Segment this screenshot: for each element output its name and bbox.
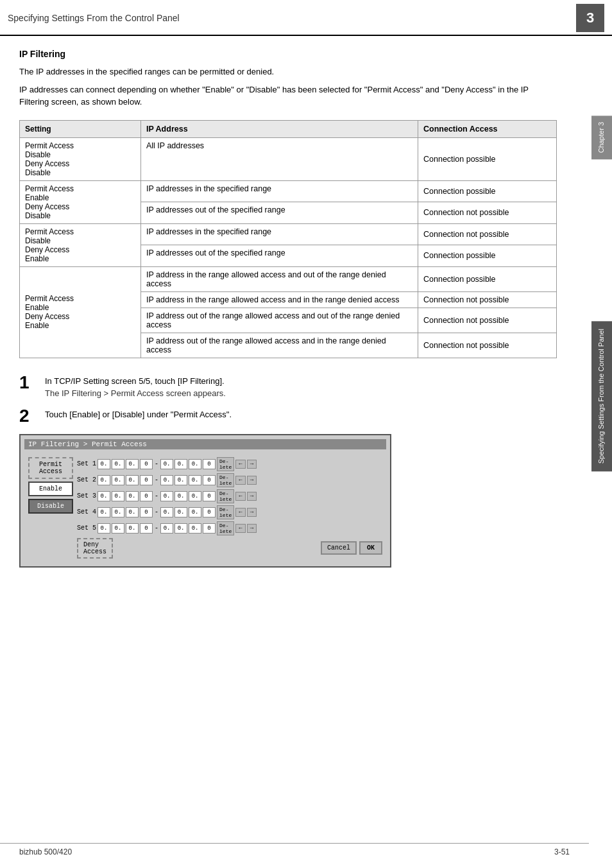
setting-cell: Permit AccessEnableDeny AccessDisable — [20, 180, 141, 223]
set-5-f6[interactable]: 0. — [174, 523, 187, 534]
set-4-dash: - — [154, 508, 159, 516]
set-2-f5[interactable]: 0. — [160, 475, 173, 485]
set-5-left[interactable]: ← — [235, 524, 245, 533]
col-header-setting: Setting — [20, 120, 141, 137]
specifying-tab: Specifying Settings From the Control Pan… — [591, 321, 612, 471]
set-4-label: Set 4 — [77, 508, 96, 516]
set-2-f6[interactable]: 0. — [174, 475, 187, 485]
set-2-right[interactable]: → — [247, 476, 257, 485]
set-4-delete[interactable]: De-lete — [217, 505, 234, 519]
disable-button[interactable]: Disable — [28, 499, 73, 514]
set-4-right[interactable]: → — [247, 508, 257, 517]
set-4-f3[interactable]: 0. — [126, 507, 139, 517]
set-4-left[interactable]: ← — [235, 508, 245, 517]
ip-cell: All IP addresses — [141, 137, 418, 180]
set-3-f4[interactable]: 0 — [140, 491, 153, 501]
table-row: Permit AccessDisableDeny AccessDisable A… — [20, 137, 557, 180]
ip-cell: IP address out of the range allowed acce… — [141, 333, 418, 358]
table-row: Permit AccessDisableDeny AccessEnable IP… — [20, 223, 557, 245]
set-1-right[interactable]: → — [247, 460, 257, 469]
set-1-f4[interactable]: 0 — [140, 459, 153, 469]
set-2-f3[interactable]: 0. — [126, 475, 139, 485]
set-4-f8[interactable]: 0 — [203, 507, 216, 517]
set-1-f2[interactable]: 0. — [112, 459, 124, 469]
section-title: IP Filtering — [19, 49, 557, 59]
cancel-button[interactable]: Cancel — [321, 541, 357, 555]
set-5-f4[interactable]: 0 — [140, 523, 153, 534]
chapter-badge: 3 — [576, 4, 604, 32]
set-4-f7[interactable]: 0. — [189, 507, 201, 517]
set-2-f7[interactable]: 0. — [189, 475, 201, 485]
access-cell: Connection possible — [418, 245, 557, 267]
deny-access-label: DenyAccess — [77, 538, 113, 559]
set-5-f3[interactable]: 0. — [126, 523, 139, 534]
set-3-dash: - — [154, 492, 159, 499]
enable-button[interactable]: Enable — [28, 482, 73, 496]
set-3-label: Set 3 — [77, 492, 96, 499]
set-row-2: Set 2 0. 0. 0. 0 - 0. 0. 0. 0 De-lete ← … — [77, 473, 382, 487]
set-1-f3[interactable]: 0. — [126, 459, 139, 469]
access-cell: Connection possible — [418, 180, 557, 202]
ok-button[interactable]: OK — [359, 541, 382, 555]
set-1-left[interactable]: ← — [235, 460, 245, 469]
set-3-f7[interactable]: 0. — [189, 491, 201, 501]
set-2-dash: - — [154, 476, 159, 483]
set-5-delete[interactable]: De-lete — [217, 521, 234, 535]
set-5-f2[interactable]: 0. — [112, 523, 124, 534]
main-content: IP Filtering The IP addresses in the spe… — [0, 36, 589, 580]
header-title: Specifying Settings From the Control Pan… — [8, 13, 180, 23]
set-2-f2[interactable]: 0. — [112, 475, 124, 485]
section-desc2: IP addresses can connect depending on wh… — [19, 83, 557, 108]
ip-cell: IP address out of the range allowed acce… — [141, 308, 418, 333]
setting-cell: Permit AccessEnableDeny AccessEnable — [20, 266, 141, 358]
set-2-delete[interactable]: De-lete — [217, 473, 234, 487]
set-1-f7[interactable]: 0. — [189, 459, 201, 469]
set-2-left[interactable]: ← — [235, 476, 245, 485]
set-2-f8[interactable]: 0 — [203, 475, 216, 485]
ip-cell: IP addresses in the specified range — [141, 223, 418, 245]
set-4-f4[interactable]: 0 — [140, 507, 153, 517]
set-1-f8[interactable]: 0 — [203, 459, 216, 469]
set-5-right[interactable]: → — [247, 524, 257, 533]
header-bar: Specifying Settings From the Control Pan… — [0, 0, 612, 36]
set-3-f2[interactable]: 0. — [112, 491, 124, 501]
screen-left-panel: PermitAccess Enable Disable — [28, 457, 73, 559]
step-1: 1 In TCP/IP Setting screen 5/5, touch [I… — [19, 374, 557, 398]
ip-cell: IP address in the range allowed access a… — [141, 291, 418, 308]
step-1-content: In TCP/IP Setting screen 5/5, touch [IP … — [45, 374, 557, 398]
set-4-f2[interactable]: 0. — [112, 507, 124, 517]
table-row: Permit AccessEnableDeny AccessDisable IP… — [20, 180, 557, 202]
filter-table: Setting IP Address Connection Access Per… — [19, 120, 557, 358]
set-5-f1[interactable]: 0. — [98, 523, 110, 534]
set-3-f5[interactable]: 0. — [160, 491, 173, 501]
set-3-f1[interactable]: 0. — [98, 491, 110, 501]
set-3-left[interactable]: ← — [235, 492, 245, 501]
screen-mockup: IP Filtering > Permit Access PermitAcces… — [19, 434, 391, 568]
set-1-f5[interactable]: 0. — [160, 459, 173, 469]
permit-access-label: PermitAccess — [28, 457, 73, 479]
ip-cell: IP addresses in the specified range — [141, 180, 418, 202]
set-4-f6[interactable]: 0. — [174, 507, 187, 517]
set-4-f5[interactable]: 0. — [160, 507, 173, 517]
set-3-f8[interactable]: 0 — [203, 491, 216, 501]
col-header-access: Connection Access — [418, 120, 557, 137]
step-1-sub: The IP Filtering > Permit Access screen … — [45, 388, 557, 398]
set-5-dash: - — [154, 525, 159, 532]
set-1-f1[interactable]: 0. — [98, 459, 110, 469]
set-3-f6[interactable]: 0. — [174, 491, 187, 501]
set-5-f7[interactable]: 0. — [189, 523, 201, 534]
chapter-tab: Chapter 3 — [591, 116, 612, 159]
set-5-f5[interactable]: 0. — [160, 523, 173, 534]
set-1-f6[interactable]: 0. — [174, 459, 187, 469]
set-2-f4[interactable]: 0 — [140, 475, 153, 485]
set-5-f8[interactable]: 0 — [203, 523, 216, 534]
set-2-f1[interactable]: 0. — [98, 475, 110, 485]
set-3-right[interactable]: → — [247, 492, 257, 501]
set-3-f3[interactable]: 0. — [126, 491, 139, 501]
set-3-delete[interactable]: De-lete — [217, 489, 234, 503]
section-desc1: The IP addresses in the specified ranges… — [19, 65, 557, 78]
set-1-delete[interactable]: De-lete — [217, 457, 234, 471]
set-1-dash: - — [154, 460, 159, 467]
product-name: bizhub 500/420 — [19, 847, 72, 856]
set-4-f1[interactable]: 0. — [98, 507, 110, 517]
